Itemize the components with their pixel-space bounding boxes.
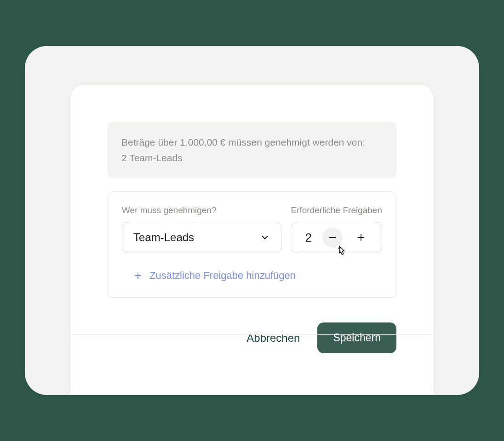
count-label: Erforderliche Freigaben — [291, 205, 382, 215]
summary-box: Beträge über 1.000,00 € müssen genehmigt… — [108, 122, 396, 178]
quantity-stepper: 2 — [291, 222, 382, 253]
stepper-value: 2 — [305, 231, 314, 245]
approver-value: Team-Leads — [133, 231, 194, 244]
add-approval-label: Zusätzliche Freigabe hinzufügen — [149, 270, 296, 282]
dialog-footer: Abbrechen Speichern — [108, 311, 396, 353]
plus-icon — [356, 232, 366, 243]
increment-button[interactable] — [351, 227, 371, 248]
count-column: Erforderliche Freigaben 2 — [291, 205, 382, 253]
dialog-panel: Beträge über 1.000,00 € müssen genehmigt… — [71, 85, 433, 395]
config-row: Wer muss genehmigen? Team-Leads Erforder… — [122, 205, 382, 253]
decrement-button[interactable] — [322, 227, 343, 248]
outer-card: Beträge über 1.000,00 € müssen genehmigt… — [25, 46, 479, 395]
approver-select[interactable]: Team-Leads — [122, 222, 281, 253]
approver-column: Wer muss genehmigen? Team-Leads — [122, 205, 281, 253]
config-box: Wer muss genehmigen? Team-Leads Erforder… — [108, 191, 396, 298]
approver-label: Wer muss genehmigen? — [122, 205, 281, 215]
cancel-button[interactable]: Abbrechen — [246, 332, 300, 345]
chevron-down-icon — [260, 232, 270, 243]
plus-icon — [133, 271, 143, 281]
add-approval-button[interactable]: Zusätzliche Freigabe hinzufügen — [122, 270, 382, 282]
cursor-pointer-icon — [335, 244, 348, 258]
minus-icon — [327, 232, 338, 243]
summary-line-2: 2 Team-Leads — [121, 150, 383, 166]
summary-line-1: Beträge über 1.000,00 € müssen genehmigt… — [121, 135, 383, 150]
save-button[interactable]: Speichern — [317, 322, 396, 353]
divider — [71, 334, 433, 335]
